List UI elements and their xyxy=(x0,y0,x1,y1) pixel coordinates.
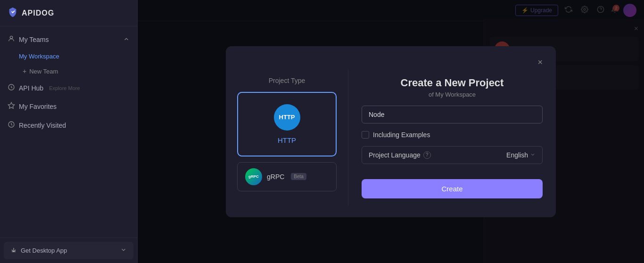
plus-icon: + xyxy=(23,67,26,75)
modal-title: Create a New Project xyxy=(362,77,543,89)
project-language-row: Project Language ? English xyxy=(362,146,543,164)
modal-close-button[interactable]: × xyxy=(536,56,545,69)
including-examples-row: Including Examples xyxy=(362,131,543,139)
grpc-icon: gRPC xyxy=(245,168,262,185)
modal-backdrop: × Project Type HTTP HTTP gRPC xyxy=(138,0,644,263)
explore-more-label: Explore More xyxy=(49,85,80,91)
api-hub-item[interactable]: API Hub Explore More xyxy=(0,79,137,97)
sidebar: APIDOG My Teams My Workspace xyxy=(0,0,138,263)
modal-body: Project Type HTTP HTTP gRPC gRPC Beta xyxy=(226,69,556,217)
get-desktop-button[interactable]: Get Desktop App xyxy=(4,242,133,259)
http-project-type-card[interactable]: HTTP HTTP xyxy=(237,92,337,156)
chevron-up-icon xyxy=(123,36,130,44)
project-language-label: Project Language xyxy=(369,151,421,159)
recently-visited-item[interactable]: Recently Visited xyxy=(0,116,137,135)
beta-badge: Beta xyxy=(291,173,306,180)
new-team-item[interactable]: + New Team xyxy=(0,64,137,79)
my-favorites-item[interactable]: My Favorites xyxy=(0,97,137,116)
logo-area: APIDOG xyxy=(0,0,137,26)
sidebar-nav: My Teams My Workspace + New Team AP xyxy=(0,26,137,238)
grpc-project-type-card[interactable]: gRPC gRPC Beta xyxy=(237,162,337,191)
clock-icon xyxy=(8,121,15,130)
logo-icon xyxy=(8,7,18,19)
modal-right-header: Create a New Project of My Workspace xyxy=(362,77,543,98)
workspace-item[interactable]: My Workspace xyxy=(0,49,137,64)
logo-text: APIDOG xyxy=(22,9,54,17)
language-selector[interactable]: English xyxy=(506,151,536,159)
svg-marker-2 xyxy=(8,102,14,108)
modal-right-panel: Create a New Project of My Workspace Inc… xyxy=(348,69,556,206)
my-teams-item[interactable]: My Teams xyxy=(0,30,137,49)
project-name-input[interactable] xyxy=(362,106,543,123)
main-content: ⚡ Upgrade 2 ↑ Impor xyxy=(138,0,644,263)
star-icon xyxy=(8,102,15,111)
my-teams-label: My Teams xyxy=(19,36,49,43)
api-hub-icon xyxy=(8,83,15,92)
http-icon-circle: HTTP xyxy=(274,104,300,131)
including-examples-label: Including Examples xyxy=(373,131,430,139)
modal-header: × xyxy=(226,46,556,69)
sidebar-footer: Get Desktop App xyxy=(0,238,137,263)
http-label: HTTP xyxy=(278,136,296,144)
grpc-label: gRPC xyxy=(267,173,284,181)
including-examples-checkbox[interactable] xyxy=(362,131,369,139)
create-project-button[interactable]: Create xyxy=(362,179,543,198)
language-help-icon[interactable]: ? xyxy=(423,151,431,159)
create-project-modal: × Project Type HTTP HTTP gRPC xyxy=(226,46,556,217)
chevron-down-icon xyxy=(120,247,127,255)
svg-point-0 xyxy=(10,36,12,39)
chevron-down-icon-lang xyxy=(530,151,536,159)
person-icon xyxy=(8,35,15,44)
download-icon xyxy=(10,247,17,255)
modal-subtitle: of My Workspace xyxy=(362,91,543,98)
modal-left-panel: Project Type HTTP HTTP gRPC gRPC Beta xyxy=(226,69,348,206)
project-type-title: Project Type xyxy=(237,77,337,84)
